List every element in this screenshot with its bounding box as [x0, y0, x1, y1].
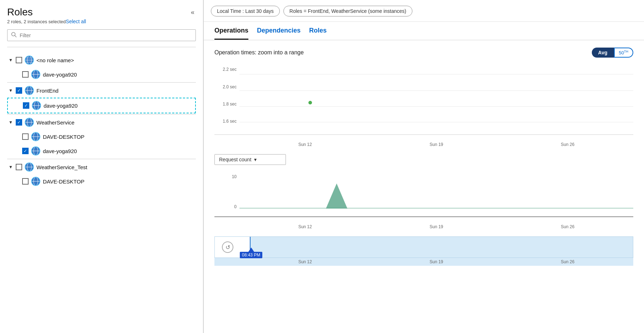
request-count-dropdown[interactable]: Request count ▾: [214, 154, 286, 165]
roles-filter-pill[interactable]: Roles = FrontEnd, WeatherService (some i…: [283, 6, 412, 16]
chevron-weatherservice-test[interactable]: ▼: [8, 165, 14, 170]
percentile-button[interactable]: 50TH: [614, 48, 633, 58]
bar-chart-plot: [239, 171, 633, 216]
label-weatherservice-test: WeatherService_Test: [36, 164, 87, 170]
time-filter-pill[interactable]: Local Time : Last 30 days: [211, 6, 280, 16]
y-label-18: 1.8 sec: [214, 102, 239, 107]
bar-x-label-sun12: Sun 12: [298, 224, 312, 229]
bar-x-label-sun19: Sun 19: [430, 224, 443, 229]
percentile-sup: TH: [624, 50, 628, 53]
tab-operations[interactable]: Operations: [214, 27, 248, 40]
globe-icon-ws-dave-desktop: [31, 132, 41, 142]
bar-y-labels: 10 0: [214, 171, 239, 216]
tree-row-weatherservice-test[interactable]: ▼ WeatherService_Test: [7, 160, 196, 174]
grid-line-2: [239, 90, 633, 91]
main-content: Operation times: zoom into a range Avg 5…: [204, 40, 644, 333]
time-marker-triangle: [248, 248, 254, 252]
x-label-sun26: Sun 26: [561, 142, 574, 147]
y-label-22: 2.2 sec: [214, 67, 239, 72]
range-x-sun12: Sun 12: [298, 259, 312, 264]
select-all-link[interactable]: Select all: [66, 19, 86, 24]
divider-3: [7, 159, 196, 159]
avg-button[interactable]: Avg: [592, 48, 614, 58]
chevron-frontend[interactable]: ▼: [8, 88, 14, 93]
checkbox-no-role-dave[interactable]: [22, 71, 29, 78]
tree-row-frontend-dave[interactable]: dave-yoga920: [7, 98, 196, 113]
range-selector-container: ↺ 08:43 PM Sun 12 Sun 19 Sun 26: [214, 236, 633, 266]
bar-triangle: [326, 183, 347, 209]
tree-row-ws-dave-desktop[interactable]: DAVE-DESKTOP: [7, 129, 196, 144]
filter-input[interactable]: [20, 33, 192, 38]
panel-title: Roles 2 roles, 2 instances selected Sele…: [7, 6, 86, 24]
label-frontend: FrontEnd: [36, 88, 59, 94]
collapse-panel-button[interactable]: «: [189, 9, 196, 16]
time-marker: 08:43 PM: [240, 248, 262, 258]
time-chart-x-axis: Sun 12 Sun 19 Sun 26: [214, 141, 633, 148]
y-axis-labels: 2.2 sec 2.0 sec 1.8 sec 1.6 sec: [214, 63, 239, 134]
data-dot-1: [308, 101, 312, 104]
globe-icon-weatherservice-test: [24, 162, 34, 172]
divider-2: [7, 114, 196, 114]
tree-row-wst-dave-desktop[interactable]: DAVE-DESKTOP: [7, 174, 196, 188]
y-label-20: 2.0 sec: [214, 84, 239, 89]
checkbox-frontend-dave[interactable]: [23, 102, 29, 109]
tab-dependencies[interactable]: Dependencies: [257, 27, 301, 40]
checkbox-weatherservice-test[interactable]: [16, 164, 22, 170]
tab-roles[interactable]: Roles: [309, 27, 327, 40]
globe-icon-no-role-dave: [31, 69, 41, 79]
checkbox-frontend[interactable]: [16, 87, 22, 94]
checkbox-wst-dave-desktop[interactable]: [22, 178, 29, 185]
left-panel: Roles 2 roles, 2 instances selected Sele…: [0, 0, 204, 333]
bar-chart-x-axis: Sun 12 Sun 19 Sun 26: [214, 223, 633, 231]
panel-header: Roles 2 roles, 2 instances selected Sele…: [7, 6, 196, 24]
dropdown-chevron-icon: ▾: [254, 157, 257, 162]
tree-divider: [7, 47, 196, 47]
tree-row-frontend[interactable]: ▼ FrontEnd: [7, 83, 196, 98]
grid-line-1: [239, 74, 633, 74]
bar-baseline: [239, 208, 633, 209]
globe-icon-wst-dave-desktop: [31, 176, 41, 186]
filter-box: [7, 29, 196, 41]
tree-row-weatherservice[interactable]: ▼ WeatherService: [7, 115, 196, 129]
checkbox-ws-dave-yoga[interactable]: [22, 148, 29, 154]
checkbox-no-role[interactable]: [16, 57, 22, 63]
tree-row-no-role[interactable]: ▼ <no role name>: [7, 53, 196, 67]
time-chart: 2.2 sec 2.0 sec 1.8 sec 1.6 sec: [214, 63, 633, 135]
svg-line-1: [15, 36, 16, 37]
chevron-weatherservice[interactable]: ▼: [8, 120, 14, 125]
x-label-sun19: Sun 19: [430, 142, 443, 147]
label-ws-dave-desktop: DAVE-DESKTOP: [43, 134, 84, 140]
role-tree: ▼ <no role name> dave-yoga920: [7, 53, 196, 188]
tree-row-no-role-dave[interactable]: dave-yoga920: [7, 67, 196, 82]
label-no-role-dave: dave-yoga920: [43, 72, 77, 78]
globe-icon-ws-dave-yoga: [31, 146, 41, 156]
checkbox-weatherservice[interactable]: [16, 119, 22, 126]
selection-count: 2 roles, 2 instances selected: [7, 19, 66, 24]
chevron-no-role[interactable]: ▼: [8, 58, 14, 63]
label-ws-dave-yoga: dave-yoga920: [43, 148, 77, 154]
time-marker-label: 08:43 PM: [240, 252, 262, 258]
range-x-sun19: Sun 19: [430, 259, 443, 264]
bar-x-label-sun26: Sun 26: [561, 224, 574, 229]
range-x-sun26: Sun 26: [561, 259, 574, 264]
label-wst-dave-desktop: DAVE-DESKTOP: [43, 178, 84, 185]
grid-line-3: [239, 106, 633, 107]
subtitle-row: 2 roles, 2 instances selected Select all: [7, 19, 86, 24]
globe-icon-frontend-dave: [31, 101, 41, 111]
tree-row-ws-dave-yoga[interactable]: dave-yoga920: [7, 144, 196, 158]
x-label-sun12: Sun 12: [298, 142, 312, 147]
label-no-role: <no role name>: [36, 57, 74, 63]
checkbox-ws-dave-desktop[interactable]: [22, 133, 29, 140]
tabs-bar: Operations Dependencies Roles: [204, 22, 644, 40]
search-icon: [11, 32, 17, 39]
dropdown-label: Request count: [219, 157, 251, 162]
label-frontend-dave: dave-yoga920: [44, 103, 78, 109]
range-x-axis: Sun 12 Sun 19 Sun 26: [214, 258, 633, 266]
reset-button[interactable]: ↺: [222, 241, 233, 253]
y-label-16: 1.6 sec: [214, 119, 239, 124]
range-selector[interactable]: ↺ 08:43 PM: [214, 236, 633, 258]
bar-y-10: 10: [214, 174, 239, 179]
roles-title: Roles: [7, 6, 86, 18]
chart-header: Operation times: zoom into a range Avg 5…: [214, 48, 633, 58]
globe-icon-weatherservice: [24, 117, 34, 127]
